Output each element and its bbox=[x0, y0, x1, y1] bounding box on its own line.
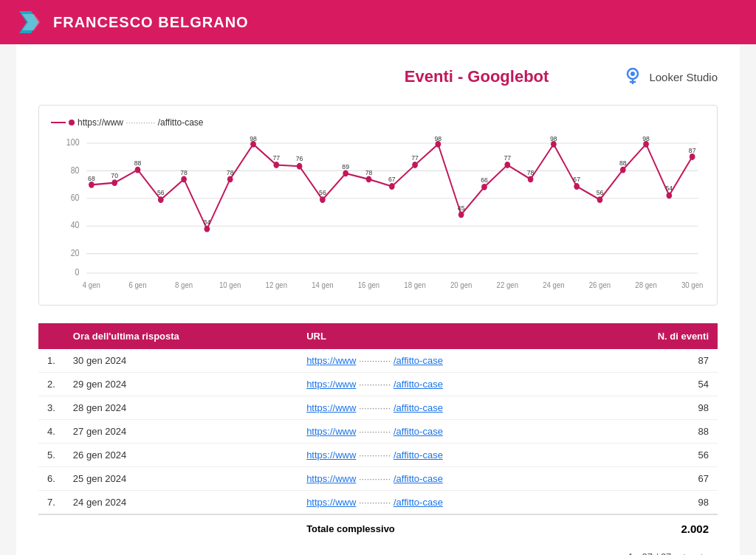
table-row: 4. 27 gen 2024 https://www ············ … bbox=[38, 420, 718, 444]
table-row: 6. 25 gen 2024 https://www ············ … bbox=[38, 467, 718, 491]
svg-text:56: 56 bbox=[319, 189, 326, 197]
svg-point-50 bbox=[504, 162, 510, 168]
row-date: 29 gen 2024 bbox=[64, 373, 298, 396]
svg-text:26 gen: 26 gen bbox=[589, 280, 611, 289]
svg-point-35 bbox=[158, 196, 164, 203]
svg-text:18 gen: 18 gen bbox=[404, 280, 426, 289]
row-events: 56 bbox=[588, 444, 718, 467]
svg-point-53 bbox=[574, 183, 580, 190]
svg-point-58 bbox=[690, 154, 695, 160]
svg-text:78: 78 bbox=[227, 168, 234, 176]
row-events: 54 bbox=[588, 373, 718, 396]
svg-text:100: 100 bbox=[66, 138, 80, 148]
pagination-next[interactable]: › bbox=[696, 548, 709, 555]
svg-text:20 gen: 20 gen bbox=[450, 280, 472, 289]
svg-text:40: 40 bbox=[71, 221, 80, 230]
main-content: Eventi - Googlebot Looker Studio https:/… bbox=[16, 44, 740, 555]
col-num-header bbox=[38, 323, 64, 349]
svg-text:12 gen: 12 gen bbox=[266, 280, 288, 289]
svg-point-34 bbox=[135, 167, 141, 173]
row-date: 27 gen 2024 bbox=[64, 420, 298, 444]
pagination-row: 1 - 27 / 27 ‹ › bbox=[38, 542, 718, 555]
totale-value: 2.002 bbox=[588, 514, 718, 542]
svg-text:30 gen: 30 gen bbox=[681, 280, 704, 289]
svg-text:45: 45 bbox=[458, 204, 465, 213]
row-num: 5. bbox=[38, 444, 64, 467]
svg-text:10 gen: 10 gen bbox=[219, 280, 241, 289]
table-row: 2. 29 gen 2024 https://www ············ … bbox=[38, 373, 718, 396]
svg-text:98: 98 bbox=[550, 135, 557, 142]
logo-icon bbox=[15, 8, 43, 36]
svg-point-32 bbox=[89, 182, 94, 188]
pagination-info: 1 - 27 / 27 bbox=[628, 551, 672, 556]
table-header-row: Ora dell'ultima risposta URL N. di event… bbox=[38, 323, 718, 349]
svg-text:22 gen: 22 gen bbox=[497, 280, 519, 289]
data-table: Ora dell'ultima risposta URL N. di event… bbox=[38, 323, 718, 555]
svg-text:0: 0 bbox=[75, 268, 80, 278]
looker-studio-badge: Looker Studio bbox=[622, 66, 718, 87]
svg-text:98: 98 bbox=[250, 135, 257, 142]
row-url: https://www ············ /affitto-case bbox=[298, 491, 588, 515]
row-events: 98 bbox=[588, 491, 718, 515]
svg-text:60: 60 bbox=[71, 193, 80, 202]
svg-text:98: 98 bbox=[642, 135, 650, 142]
row-events: 98 bbox=[588, 396, 718, 420]
svg-point-42 bbox=[320, 196, 326, 203]
svg-text:70: 70 bbox=[111, 172, 118, 180]
table-row: 7. 24 gen 2024 https://www ············ … bbox=[38, 491, 718, 515]
header: FRANCESCO BELGRANO bbox=[0, 0, 756, 44]
svg-point-45 bbox=[389, 183, 395, 190]
legend-dash bbox=[51, 122, 66, 123]
svg-point-3 bbox=[630, 72, 635, 76]
svg-point-55 bbox=[620, 167, 626, 173]
svg-text:78: 78 bbox=[527, 168, 535, 176]
pagination-prev[interactable]: ‹ bbox=[677, 548, 690, 555]
row-num: 2. bbox=[38, 373, 64, 396]
svg-text:4 gen: 4 gen bbox=[83, 280, 100, 289]
table-row: 5. 26 gen 2024 https://www ············ … bbox=[38, 444, 718, 467]
svg-point-48 bbox=[458, 211, 464, 218]
svg-text:24 gen: 24 gen bbox=[543, 280, 565, 289]
header-title: FRANCESCO BELGRANO bbox=[53, 14, 249, 31]
table-row: 3. 28 gen 2024 https://www ············ … bbox=[38, 396, 718, 420]
svg-marker-1 bbox=[22, 14, 40, 30]
svg-point-41 bbox=[297, 163, 303, 170]
chart-container: https://www ············ /affitto-case 1… bbox=[38, 105, 718, 306]
svg-text:20: 20 bbox=[71, 248, 80, 258]
row-url: https://www ············ /affitto-case bbox=[298, 396, 588, 420]
svg-point-46 bbox=[412, 162, 418, 168]
svg-point-44 bbox=[366, 176, 372, 182]
page-header: Eventi - Googlebot Looker Studio bbox=[38, 66, 718, 87]
row-url: https://www ············ /affitto-case bbox=[298, 373, 588, 396]
svg-text:87: 87 bbox=[689, 147, 696, 155]
svg-text:8 gen: 8 gen bbox=[175, 280, 193, 289]
row-events: 67 bbox=[588, 467, 718, 491]
svg-text:80: 80 bbox=[71, 165, 80, 175]
svg-point-43 bbox=[343, 170, 348, 177]
legend-text: https://www ············ /affitto-case bbox=[78, 117, 204, 128]
svg-text:54: 54 bbox=[666, 184, 673, 192]
svg-text:78: 78 bbox=[180, 168, 188, 176]
svg-point-49 bbox=[481, 184, 487, 190]
looker-label: Looker Studio bbox=[649, 71, 718, 83]
row-date: 30 gen 2024 bbox=[64, 349, 298, 373]
row-date: 24 gen 2024 bbox=[64, 491, 298, 515]
svg-text:88: 88 bbox=[134, 159, 142, 167]
row-date: 26 gen 2024 bbox=[64, 444, 298, 467]
row-url: https://www ············ /affitto-case bbox=[298, 467, 588, 491]
svg-text:66: 66 bbox=[481, 176, 488, 184]
table-row: 1. 30 gen 2024 https://www ············ … bbox=[38, 349, 718, 373]
svg-point-54 bbox=[597, 196, 603, 203]
svg-text:88: 88 bbox=[619, 159, 627, 167]
totale-label: Totale complessivo bbox=[298, 514, 588, 542]
svg-text:14 gen: 14 gen bbox=[312, 280, 334, 289]
svg-text:89: 89 bbox=[342, 163, 349, 171]
col-date-header[interactable]: Ora dell'ultima risposta bbox=[64, 323, 298, 349]
legend-line: https://www ············ /affitto-case bbox=[51, 117, 204, 128]
row-url: https://www ············ /affitto-case bbox=[298, 349, 588, 373]
svg-text:68: 68 bbox=[88, 174, 95, 182]
svg-text:76: 76 bbox=[296, 155, 303, 163]
row-date: 25 gen 2024 bbox=[64, 467, 298, 491]
legend-dot bbox=[69, 120, 75, 125]
row-num: 3. bbox=[38, 396, 64, 420]
